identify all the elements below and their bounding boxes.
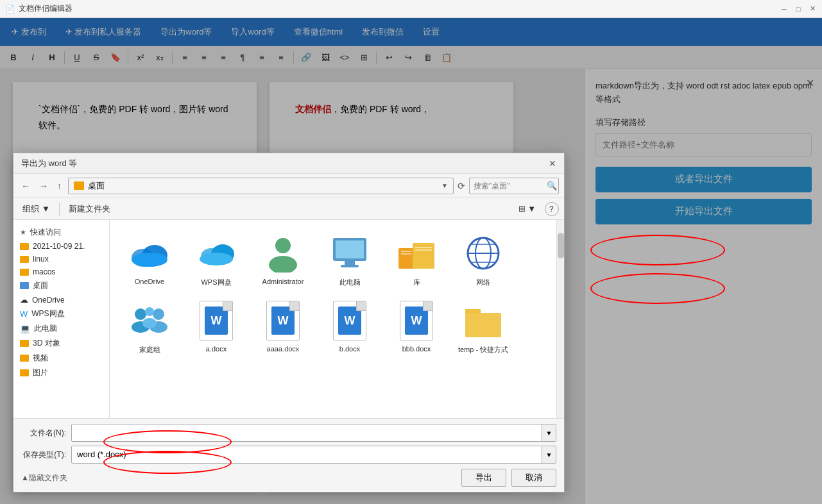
computer-file-icon <box>329 233 370 274</box>
svg-rect-16 <box>415 247 432 248</box>
folder-icon-date <box>20 243 29 250</box>
file-dialog: 导出为 word 等 ✕ ← → ↑ 桌面 ▼ ⟳ 🔍 组织 ▼ <box>13 153 565 492</box>
file-item-bbb-docx[interactable]: W bbb.docx <box>384 295 449 360</box>
sidebar-wps-label: WPS网盘 <box>31 308 64 319</box>
organize-dropdown-icon: ▼ <box>42 204 50 214</box>
address-bar[interactable]: 桌面 ▼ <box>68 178 454 194</box>
scrollbar-thumb[interactable] <box>558 233 564 258</box>
organize-label: 组织 <box>22 203 39 215</box>
file-item-computer[interactable]: 此电脑 <box>318 228 382 292</box>
dialog-title: 导出为 word 等 <box>21 158 77 169</box>
svg-rect-14 <box>401 251 411 252</box>
dialog-footer: 文件名(N): ▼ 保存类型(T): word (*.docx) ▼ ▲ 隐藏文… <box>13 418 564 492</box>
hide-folders-area: ▲ 隐藏文件夹 <box>21 469 456 487</box>
svg-point-25 <box>153 308 164 320</box>
maximize-button[interactable]: □ <box>794 4 803 13</box>
file-item-onedrive[interactable]: OneDrive <box>117 228 182 292</box>
sidebar-item-computer[interactable]: 💻 此电脑 <box>13 321 109 336</box>
file-name-homegroup: 家庭组 <box>139 345 160 355</box>
cancel-button[interactable]: 取消 <box>511 469 556 487</box>
filename-input-container[interactable]: ▼ <box>71 424 556 442</box>
sidebar-onedrive-label: OneDrive <box>32 296 65 305</box>
sidebar-item-pictures[interactable]: 图片 <box>13 365 109 380</box>
svg-rect-31 <box>465 313 501 337</box>
nav-up-button[interactable]: ↑ <box>55 180 64 192</box>
new-folder-button[interactable]: 新建文件夹 <box>65 202 114 216</box>
filename-row: 文件名(N): ▼ <box>21 424 556 442</box>
file-grid: OneDrive WPS网盘 <box>115 225 551 362</box>
filename-input[interactable] <box>72 424 542 441</box>
svg-point-6 <box>275 238 291 253</box>
folder-icon-address <box>74 181 84 190</box>
svg-rect-11 <box>341 265 359 267</box>
footer-buttons: ▲ 隐藏文件夹 导出 取消 <box>21 469 556 487</box>
quick-access-label: 快速访问 <box>30 227 61 238</box>
folder-icon-pictures <box>20 369 29 376</box>
onedrive-file-icon <box>129 233 170 274</box>
library-file-icon <box>396 233 437 274</box>
dialog-scrollbar[interactable] <box>556 220 564 418</box>
view-button[interactable]: ⊞ ▼ <box>515 203 540 215</box>
file-name-wps: WPS网盘 <box>201 278 231 287</box>
sidebar-item-onedrive[interactable]: ☁ OneDrive <box>13 293 109 307</box>
dialog-close-button[interactable]: ✕ <box>549 158 556 169</box>
hide-folders-label: 隐藏文件夹 <box>29 473 67 483</box>
toolbar-separator <box>59 203 60 215</box>
file-item-library[interactable]: 库 <box>384 228 449 292</box>
sidebar-item-video[interactable]: 视频 <box>13 351 109 365</box>
minimize-button[interactable]: ─ <box>780 4 789 13</box>
sidebar-video-label: 视频 <box>33 353 48 364</box>
title-bar: 📄 文档伴侣编辑器 ─ □ ✕ <box>0 0 822 18</box>
folder-icon-video <box>20 355 29 362</box>
filetype-dropdown-button[interactable]: ▼ <box>542 446 556 463</box>
file-item-wps[interactable]: WPS网盘 <box>184 228 248 292</box>
address-dropdown-icon[interactable]: ▼ <box>441 182 448 189</box>
svg-rect-15 <box>401 253 411 255</box>
file-item-network[interactable]: 网络 <box>451 228 515 292</box>
sidebar-pictures-label: 图片 <box>33 367 48 378</box>
organize-button[interactable]: 组织 ▼ <box>19 202 54 216</box>
file-item-admin[interactable]: Administrator <box>251 228 315 292</box>
help-button[interactable]: ? <box>545 202 559 216</box>
wps-icon: W <box>20 309 28 319</box>
export-button[interactable]: 导出 <box>461 469 506 487</box>
file-item-homegroup[interactable]: 家庭组 <box>117 295 182 360</box>
file-item-a-docx[interactable]: W a.docx <box>184 295 248 360</box>
svg-point-2 <box>132 253 167 267</box>
svg-point-7 <box>269 256 297 273</box>
file-item-b-docx[interactable]: W b.docx <box>318 295 382 360</box>
sidebar-item-macos[interactable]: macos <box>13 265 109 278</box>
nav-refresh-button[interactable]: ⟳ <box>458 181 465 191</box>
sidebar-computer-label: 此电脑 <box>34 323 57 334</box>
filename-dropdown-button[interactable]: ▼ <box>542 424 556 441</box>
sidebar-quick-access: ★ 快速访问 <box>13 225 109 240</box>
search-box[interactable]: 🔍 <box>469 178 559 194</box>
folder-icon-macos <box>20 269 29 276</box>
file-name-admin: Administrator <box>262 278 304 285</box>
file-item-aaaa-docx[interactable]: W aaaa.docx <box>251 295 315 360</box>
app-icon: 📄 <box>5 4 15 13</box>
b-docx-icon: W <box>329 300 370 341</box>
filetype-dropdown-container[interactable]: word (*.docx) ▼ <box>71 446 556 464</box>
nav-back-button[interactable]: ← <box>19 180 33 192</box>
sidebar-item-linux[interactable]: linux <box>13 253 109 265</box>
onedrive-icon: ☁ <box>20 295 28 305</box>
sidebar-item-3d[interactable]: 3D 对象 <box>13 336 109 351</box>
file-item-temp[interactable]: temp - 快捷方式 <box>451 295 515 360</box>
address-text: 桌面 <box>88 180 105 192</box>
sidebar-item-date[interactable]: 2021-10-09 21. <box>13 240 109 253</box>
sidebar-item-desktop[interactable]: 桌面 <box>13 278 109 293</box>
folder-icon-linux <box>20 256 29 263</box>
file-name-aaaa-docx: aaaa.docx <box>267 345 300 353</box>
search-input[interactable] <box>474 181 544 190</box>
sidebar-desktop-label: 桌面 <box>33 280 48 291</box>
filetype-value: word (*.docx) <box>72 446 542 463</box>
app-title: 文档伴侣编辑器 <box>19 3 73 14</box>
sidebar-3d-label: 3D 对象 <box>33 338 60 349</box>
hide-folders-toggle[interactable]: ▲ <box>21 473 29 482</box>
close-button[interactable]: ✕ <box>808 4 817 13</box>
file-name-temp: temp - 快捷方式 <box>458 345 508 355</box>
nav-forward-button[interactable]: → <box>37 180 51 192</box>
sidebar-item-wps[interactable]: W WPS网盘 <box>13 307 109 321</box>
network-file-icon <box>463 233 504 274</box>
